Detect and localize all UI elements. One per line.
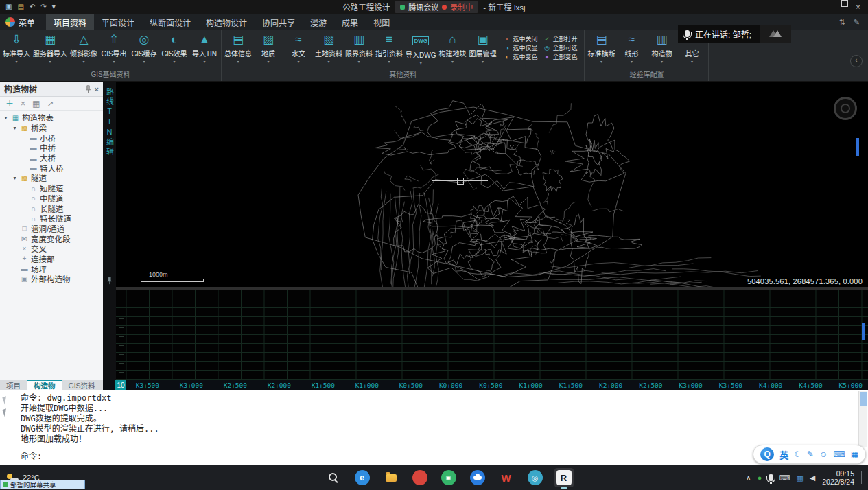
profile-scrollbar[interactable] [862,323,865,340]
expander-icon[interactable]: ▾ [12,125,18,131]
command-scrollbar[interactable] [858,391,867,447]
expander-icon[interactable]: ▾ [3,115,9,121]
export-icon[interactable]: ↗ [47,97,54,110]
tree-item[interactable]: + 连接部 [0,254,103,264]
ribbon-button[interactable]: ≈ 水文 ▾ [283,31,314,67]
ribbon-tab[interactable]: 协同共享 [255,14,303,30]
cad-app-button[interactable]: R [554,468,574,487]
save-icon[interactable]: ▣ [5,0,12,14]
pen-icon[interactable]: ✎ [854,18,860,27]
meeting-app-button[interactable]: ▣ [439,468,458,487]
ribbon-button[interactable]: ⇩ 标准导入 ▾ [1,31,32,64]
panel-tab[interactable]: GIS资料 [62,380,102,390]
ime-pen-icon[interactable]: ✎ [807,450,814,459]
ribbon-tab[interactable]: 视图 [366,14,397,30]
ribbon-button[interactable]: ≈ 线形 ▾ [616,31,646,64]
panel-tab[interactable]: 项目 [0,380,27,390]
ribbon-button[interactable]: DWG 导入DWG ▾ [404,31,437,67]
screen-share-banner[interactable]: 邹哲的屏幕共享 [0,480,85,489]
ribbon-button[interactable]: ▤ 总体信息 ▾ [223,31,253,67]
ribbon-button[interactable]: ⇧ GIS导出 ▾ [99,31,129,64]
tree-item[interactable]: ▾ ▩ 隧道 [0,173,103,183]
ribbon-tab[interactable]: 平面设计 [94,14,142,30]
tree-item[interactable]: ∩ 中隧道 [0,194,103,204]
tree-item[interactable]: ▬ 小桥 [0,132,103,143]
file-explorer-button[interactable] [382,468,401,487]
qat-dropdown-icon[interactable]: ▾ [52,0,56,14]
chevron-up-icon[interactable]: ∧ [746,473,751,482]
keyboard-icon[interactable]: ⌨ [779,473,790,482]
ribbon-tab[interactable]: 成果 [334,14,366,30]
tree-item[interactable]: ▬ 大桥 [0,153,103,163]
tree-item[interactable]: ⋈ 宽度变化段 [0,233,103,244]
ribbon-button[interactable]: ⌂ 构建地块 ▾ [437,31,467,67]
ime-language-toggle[interactable]: 英 [779,448,788,461]
tree-item[interactable]: ∩ 特长隧道 [0,213,103,224]
ribbon-tab[interactable]: 构造物设计 [198,14,255,30]
ime-toolbar[interactable]: Q 英 ☾✎☺⌨▦ [753,445,866,464]
cloud-app-button[interactable] [468,468,487,487]
ribbon-button[interactable]: ◐ GIS效果 ▾ [159,31,189,64]
meeting-toolbar[interactable]: 腾讯会议 录制中 [395,1,478,13]
ribbon-button[interactable]: ▥ 限界资料 ▾ [344,31,374,67]
navigation-compass[interactable] [834,97,857,120]
tree-item[interactable]: ▬ 特大桥 [0,163,103,173]
ribbon-toggle[interactable]: ◐ 选中变色 [503,52,537,61]
panel-tab[interactable]: 构造物 [27,380,62,390]
ribbon-toggle[interactable]: ● 全部变色 [543,52,577,61]
swap-icon[interactable]: ⇅ [839,18,845,27]
green-shield-icon[interactable]: ● [758,473,762,482]
volume-icon[interactable]: ◀ [810,473,815,482]
canvas-scrollbar-marker[interactable] [856,138,859,156]
redo-icon[interactable]: ↷ [40,0,46,14]
maximize-icon[interactable] [841,0,848,7]
ribbon-button[interactable]: ▧ 土地资料 ▾ [314,31,344,67]
ribbon-button[interactable]: △ 倾斜影像 ▾ [69,31,99,64]
tree-item[interactable]: ∩ 长隧道 [0,203,103,213]
pin-icon[interactable] [85,85,91,93]
close-icon[interactable]: × [848,0,868,14]
add-icon[interactable]: ＋ [5,97,14,110]
ime-logo-icon[interactable]: Q [760,447,774,461]
ribbon-tab[interactable]: 漫游 [303,14,334,30]
show-desktop-button[interactable] [861,471,864,484]
ribbon-tab[interactable]: 纵断面设计 [142,14,198,30]
security-app-button[interactable] [410,468,430,487]
tree-item[interactable]: ▾ ▩ 桥梁 [0,123,103,133]
ribbon-toggle[interactable]: ◑ 选中仅显 [503,43,537,52]
ribbon-tab[interactable]: 项目资料 [46,14,94,30]
ribbon-button[interactable]: ◎ GIS缓存 ▾ [129,31,159,64]
microphone-icon[interactable] [769,474,773,481]
ribbon-button[interactable]: ≡ 指引资料 ▾ [374,31,404,67]
ribbon-toggle[interactable]: × 选中关闭 [503,34,537,43]
ribbon-collapse-button[interactable]: ‹ [850,55,863,67]
ribbon-toggle[interactable]: ◎ 全部可选 [543,43,577,52]
browser-app-button[interactable]: ◎ [526,468,545,487]
edge-browser-button[interactable]: e [353,468,372,487]
ime-grid-icon[interactable]: ▦ [851,450,858,459]
tree-item[interactable]: × 交叉 [0,244,103,254]
emoji-icon[interactable]: ☺ [819,450,828,459]
ribbon-button[interactable]: ▤ 标准横断 ▾ [586,31,616,64]
blue-app-icon[interactable]: ▦ [796,473,803,482]
tree-item[interactable]: ▬ 中桥 [0,143,103,153]
tree-item[interactable]: ▬ 场坪 [0,264,103,274]
ribbon-button[interactable]: ▣ 图层管理 ▾ [467,31,497,67]
grid-icon[interactable]: ▦ [32,97,40,110]
ribbon-button[interactable]: ▲ 导入TIN ▾ [189,31,220,64]
command-input[interactable]: 命令: [21,450,42,461]
windows-start-button[interactable] [295,468,314,487]
tree-item[interactable]: ▾ ▦ 构造物表 [0,113,103,123]
profile-viewport[interactable] [103,290,868,380]
ribbon-button[interactable]: ▦ 服务器导入 ▾ [32,31,69,64]
wps-app-button[interactable]: W [497,468,516,487]
undo-icon[interactable]: ↶ [30,0,35,14]
collapsed-panel-tab[interactable]: 路线TIN编辑 [104,88,115,157]
ribbon-button[interactable]: ▥ 构造物 ▾ [646,31,677,64]
tree-item[interactable]: ∩ 短隧道 [0,183,103,194]
expander-icon[interactable]: ▾ [12,175,18,181]
ribbon-button[interactable]: ▨ 地质 ▾ [253,31,283,67]
ribbon-toggle[interactable]: ✓ 全部打开 [543,34,577,43]
tree-item[interactable]: ▣ 外部构造物 [0,274,103,284]
open-folder-icon[interactable]: ▤ [17,0,23,14]
